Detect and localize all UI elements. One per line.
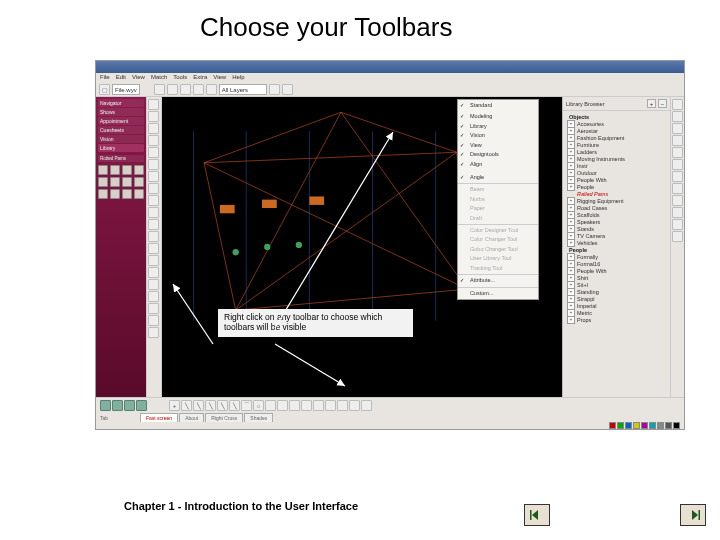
palette-tab-cuesheets[interactable]: Cuesheets bbox=[98, 126, 144, 134]
tool-v-20[interactable] bbox=[148, 327, 159, 338]
palette-tab-library[interactable]: Library bbox=[98, 144, 144, 152]
bottom-tool-circle[interactable]: ○ bbox=[253, 400, 264, 411]
palette-swatch[interactable] bbox=[134, 165, 144, 175]
status-color-swatch[interactable] bbox=[657, 422, 664, 429]
status-color-swatch[interactable] bbox=[617, 422, 624, 429]
tool-v-11[interactable] bbox=[148, 219, 159, 230]
tool-r-3[interactable] bbox=[672, 123, 683, 134]
bottom-tool-l5[interactable]: ╲ bbox=[229, 400, 240, 411]
palette-tab-vision[interactable]: Vision bbox=[98, 135, 144, 143]
tree-node[interactable]: Speakers bbox=[565, 218, 668, 225]
tree-node[interactable]: Formal16 bbox=[565, 260, 668, 267]
tool-v-12[interactable] bbox=[148, 231, 159, 242]
library-tree[interactable]: Objects Accesories Aerostar Fashion Equi… bbox=[563, 111, 670, 397]
ctx-item-view[interactable]: View bbox=[458, 141, 538, 150]
bottom-tool-9[interactable] bbox=[301, 400, 312, 411]
ctx-item-nurbs[interactable]: Nurbs bbox=[458, 195, 538, 204]
tree-node[interactable]: Scaffolds bbox=[565, 211, 668, 218]
menu-file[interactable]: File bbox=[100, 74, 110, 82]
bottom-tool-l2[interactable]: ╲ bbox=[193, 400, 204, 411]
tool-v-18[interactable] bbox=[148, 303, 159, 314]
bottom-tool-11[interactable] bbox=[325, 400, 336, 411]
tree-node[interactable]: Instr bbox=[565, 162, 668, 169]
ctx-item-beam[interactable]: Beam bbox=[458, 183, 538, 194]
tree-node[interactable]: Shirt bbox=[565, 274, 668, 281]
ctx-item-attribute[interactable]: Attribute... bbox=[458, 274, 538, 285]
ctx-item-userlib[interactable]: User Library Tool bbox=[458, 254, 538, 263]
tool-btn-4[interactable] bbox=[193, 84, 204, 95]
tree-node[interactable]: Metric bbox=[565, 309, 668, 316]
tree-node-selected[interactable]: Ralled Pams bbox=[565, 190, 668, 197]
ctx-item-vision[interactable]: Vision bbox=[458, 131, 538, 140]
tool-btn-5[interactable] bbox=[206, 84, 217, 95]
tool-v-1[interactable] bbox=[148, 99, 159, 110]
tree-node[interactable]: Stands bbox=[565, 225, 668, 232]
palette-swatch[interactable] bbox=[134, 177, 144, 187]
status-color-swatch[interactable] bbox=[633, 422, 640, 429]
bottom-tool-1[interactable] bbox=[100, 400, 111, 411]
left-palette[interactable]: Navigator Shows Appointment Cuesheets Vi… bbox=[96, 97, 146, 397]
ctx-item-designtools[interactable]: Designtools bbox=[458, 150, 538, 159]
tree-node[interactable]: Imperial bbox=[565, 302, 668, 309]
ctx-item-align[interactable]: Align bbox=[458, 160, 538, 169]
palette-swatch[interactable] bbox=[110, 189, 120, 199]
status-color-swatch[interactable] bbox=[665, 422, 672, 429]
tool-r-9[interactable] bbox=[672, 195, 683, 206]
bottom-toolbar[interactable]: + ╲ ╲ ╲ ╲ ╲ ⌒ ○ bbox=[96, 398, 684, 413]
tree-node[interactable]: Outdoor bbox=[565, 169, 668, 176]
palette-swatch[interactable] bbox=[134, 189, 144, 199]
tool-column-right[interactable] bbox=[670, 97, 684, 397]
tool-r-5[interactable] bbox=[672, 147, 683, 158]
palette-tab-shows[interactable]: Shows bbox=[98, 108, 144, 116]
palette-swatch[interactable] bbox=[110, 165, 120, 175]
tree-node[interactable]: TV Camera bbox=[565, 232, 668, 239]
ctx-item-tracking[interactable]: Tracking Tool bbox=[458, 264, 538, 273]
tool-column-left[interactable] bbox=[146, 97, 162, 397]
tool-btn-3[interactable] bbox=[180, 84, 191, 95]
menu-extra[interactable]: Extra bbox=[193, 74, 207, 82]
ctx-item-paper[interactable]: Paper bbox=[458, 204, 538, 213]
tree-node[interactable]: Vehicles bbox=[565, 239, 668, 246]
palette-swatch[interactable] bbox=[122, 177, 132, 187]
tree-node[interactable]: Furniture bbox=[565, 141, 668, 148]
bottom-tool-arc[interactable]: ⌒ bbox=[241, 400, 252, 411]
palette-swatch[interactable] bbox=[110, 177, 120, 187]
toolbar-context-menu[interactable]: Standard Modeling Library Vision View De… bbox=[457, 99, 539, 300]
bottom-tool-12[interactable] bbox=[337, 400, 348, 411]
tool-r-11[interactable] bbox=[672, 219, 683, 230]
palette-swatch[interactable] bbox=[98, 177, 108, 187]
ctx-item-draft[interactable]: Draft bbox=[458, 214, 538, 223]
tool-btn-6[interactable] bbox=[269, 84, 280, 95]
menu-view[interactable]: View bbox=[132, 74, 145, 82]
menu-match[interactable]: Match bbox=[151, 74, 167, 82]
tree-node[interactable]: Standing bbox=[565, 288, 668, 295]
tool-v-3[interactable] bbox=[148, 123, 159, 134]
palette-swatch[interactable] bbox=[98, 165, 108, 175]
tool-btn-1[interactable] bbox=[154, 84, 165, 95]
bottom-tab-shades[interactable]: Shades bbox=[244, 413, 273, 422]
ctx-item-colordesigner[interactable]: Color Designer Tool bbox=[458, 224, 538, 235]
toolbar-standard[interactable]: ▢ File.wyv All Layers bbox=[96, 83, 684, 97]
file-combo[interactable]: File.wyv bbox=[112, 84, 140, 95]
tool-r-4[interactable] bbox=[672, 135, 683, 146]
bottom-tool-7[interactable] bbox=[277, 400, 288, 411]
tree-node[interactable]: Rigging Equipment bbox=[565, 197, 668, 204]
bottom-tool-2[interactable] bbox=[112, 400, 123, 411]
tool-v-13[interactable] bbox=[148, 243, 159, 254]
bottom-tool-plus[interactable]: + bbox=[169, 400, 180, 411]
tool-v-6[interactable] bbox=[148, 159, 159, 170]
palette-body[interactable] bbox=[98, 163, 144, 395]
palette-tab-navigator[interactable]: Navigator bbox=[98, 99, 144, 107]
tool-r-2[interactable] bbox=[672, 111, 683, 122]
tool-v-14[interactable] bbox=[148, 255, 159, 266]
tool-v-10[interactable] bbox=[148, 207, 159, 218]
tool-r-7[interactable] bbox=[672, 171, 683, 182]
tree-node[interactable]: Sit+l bbox=[565, 281, 668, 288]
open-icon[interactable]: ▢ bbox=[99, 84, 110, 95]
bottom-tool-l4[interactable]: ╲ bbox=[217, 400, 228, 411]
tool-v-9[interactable] bbox=[148, 195, 159, 206]
tool-v-19[interactable] bbox=[148, 315, 159, 326]
ctx-item-custom[interactable]: Custom... bbox=[458, 287, 538, 298]
palette-tab-appointment[interactable]: Appointment bbox=[98, 117, 144, 125]
tool-v-7[interactable] bbox=[148, 171, 159, 182]
